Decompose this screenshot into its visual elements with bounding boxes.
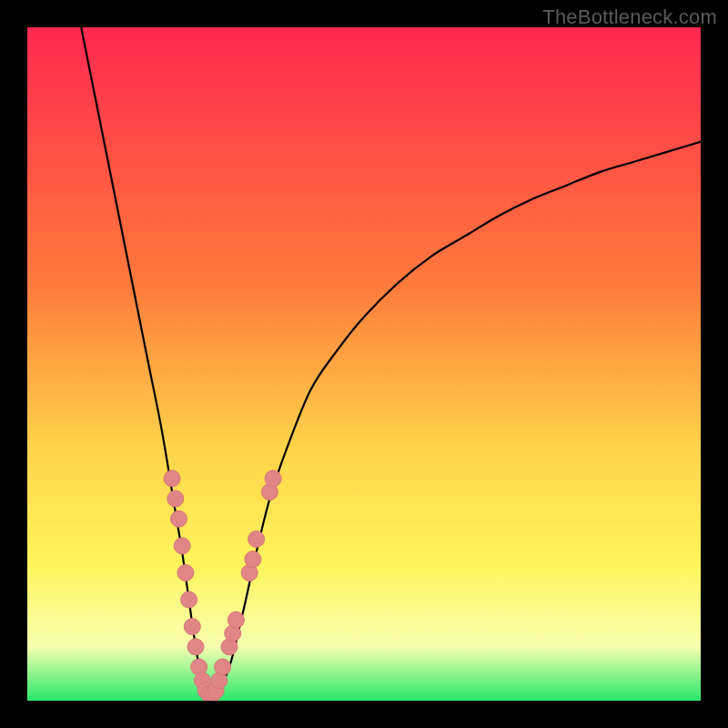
data-marker: [248, 531, 265, 547]
watermark-text: TheBottleneck.com: [542, 5, 717, 29]
data-marker: [177, 564, 194, 581]
data-marker: [171, 511, 187, 527]
data-marker: [228, 612, 244, 628]
data-marker: [265, 470, 281, 487]
gradient-background: [27, 27, 701, 701]
data-marker: [184, 619, 200, 635]
bottleneck-chart: [27, 27, 701, 701]
data-marker: [167, 490, 184, 507]
data-marker: [181, 592, 197, 608]
chart-frame: [27, 27, 701, 701]
data-marker: [187, 639, 204, 655]
data-marker: [164, 470, 180, 487]
data-marker: [215, 659, 231, 675]
data-marker: [174, 538, 190, 554]
data-marker: [245, 551, 261, 568]
